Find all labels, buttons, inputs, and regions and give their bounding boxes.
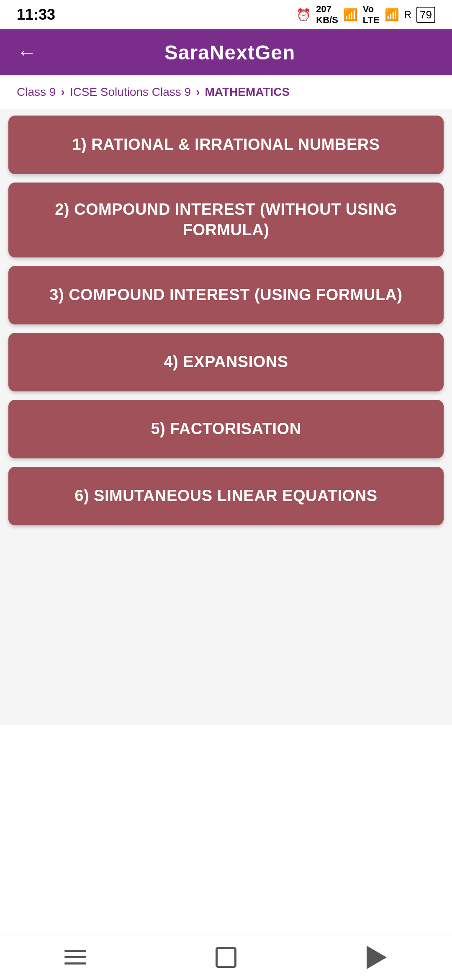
breadcrumb-class9[interactable]: Class 9 bbox=[17, 85, 56, 99]
chapter-card-6[interactable]: 6) SIMUTANEOUS LINEAR EQUATIONS bbox=[8, 467, 444, 525]
chapter-card-2[interactable]: 2) COMPOUND INTEREST (WITHOUT USING FORM… bbox=[8, 183, 444, 257]
breadcrumb-current: MATHEMATICS bbox=[205, 85, 290, 99]
hamburger-icon bbox=[64, 950, 86, 965]
chapter-title-5: 5) FACTORISATION bbox=[151, 419, 301, 439]
chapter-card-1[interactable]: 1) RATIONAL & IRRATIONAL NUMBERS bbox=[8, 116, 444, 174]
signal-icon: 📶 bbox=[385, 8, 399, 22]
nav-back-button[interactable] bbox=[360, 941, 393, 974]
menu-button[interactable] bbox=[59, 941, 92, 974]
status-time: 11:33 bbox=[17, 6, 55, 23]
chapter-title-3: 3) COMPOUND INTEREST (USING FORMULA) bbox=[49, 285, 402, 305]
chapter-card-5[interactable]: 5) FACTORISATION bbox=[8, 400, 444, 458]
battery-icon: 79 bbox=[416, 7, 435, 23]
chapter-title-2: 2) COMPOUND INTEREST (WITHOUT USING FORM… bbox=[21, 199, 431, 241]
chapter-card-3[interactable]: 3) COMPOUND INTEREST (USING FORMULA) bbox=[8, 266, 444, 324]
breadcrumb-icse[interactable]: ICSE Solutions Class 9 bbox=[70, 85, 191, 99]
app-title: SaraNextGen bbox=[49, 41, 410, 64]
bottom-nav bbox=[0, 934, 452, 980]
roaming-icon: R bbox=[404, 9, 411, 21]
status-icons: ⏰ 207KB/S 📶 VoLTE 📶 R 79 bbox=[296, 4, 435, 26]
back-button[interactable]: ← bbox=[17, 42, 37, 62]
back-triangle-icon bbox=[367, 946, 387, 969]
breadcrumb: Class 9 › ICSE Solutions Class 9 › MATHE… bbox=[0, 75, 452, 109]
breadcrumb-sep-1: › bbox=[61, 85, 64, 99]
chapter-title-6: 6) SIMUTANEOUS LINEAR EQUATIONS bbox=[74, 486, 377, 506]
status-bar: 11:33 ⏰ 207KB/S 📶 VoLTE 📶 R 79 bbox=[0, 0, 452, 29]
breadcrumb-sep-2: › bbox=[196, 85, 200, 99]
network-speed: 207KB/S bbox=[316, 4, 338, 26]
chapter-card-4[interactable]: 4) EXPANSIONS bbox=[8, 333, 444, 391]
chapter-title-1: 1) RATIONAL & IRRATIONAL NUMBERS bbox=[72, 134, 380, 155]
content-area: 1) RATIONAL & IRRATIONAL NUMBERS 2) COMP… bbox=[0, 109, 452, 725]
top-nav-bar: ← SaraNextGen bbox=[0, 29, 452, 75]
alarm-icon: ⏰ bbox=[296, 8, 311, 22]
volte-icon: VoLTE bbox=[363, 4, 380, 26]
home-icon bbox=[216, 947, 236, 968]
back-arrow-icon: ← bbox=[17, 41, 37, 63]
home-button[interactable] bbox=[209, 941, 243, 974]
wifi-icon: 📶 bbox=[343, 8, 358, 22]
empty-space bbox=[0, 725, 452, 934]
chapter-title-4: 4) EXPANSIONS bbox=[164, 352, 288, 372]
